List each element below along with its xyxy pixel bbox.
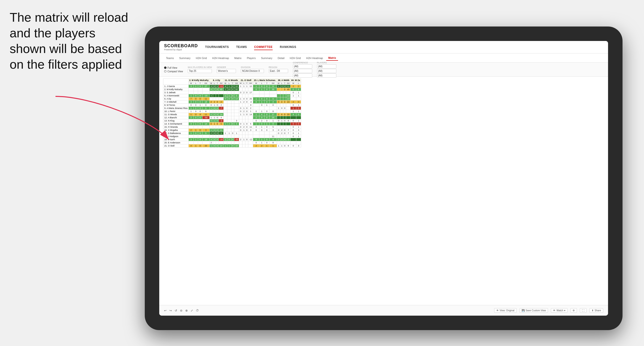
cell: 0 [269,104,277,107]
subnav-detail[interactable]: Detail [276,56,286,60]
view-original-button[interactable]: 👁 View: Original [494,308,517,313]
cell [231,119,234,122]
share-button[interactable]: ⬆ Share [590,308,603,313]
table-row: 1. J Garcia 3 1 0 27 3 0 1 -11 4 1 0 [163,85,301,88]
cell: 2 [280,129,283,132]
cell: 0 [269,97,277,100]
subnav-teams[interactable]: Teams [164,56,176,60]
cell [219,135,224,138]
settings-button[interactable]: ⚙ [570,308,577,313]
subnav-h2hgrid2[interactable]: H2H Grid [288,56,303,60]
cell: 1 [242,107,246,110]
conference-select-3[interactable]: (All) [293,73,312,78]
redo-icon[interactable]: ↪ [170,309,172,312]
cell: 0 [198,107,202,110]
cell [216,91,219,94]
cell: 2 [280,138,283,141]
full-view-option[interactable]: Full View [164,66,183,69]
cell [242,141,246,144]
cell [264,91,269,94]
subnav-h2hgrid1[interactable]: H2H Grid [194,56,209,60]
subnav-summary2[interactable]: Summary [259,56,274,60]
fullscreen-button[interactable]: ⛶ [580,308,586,313]
region-select[interactable]: East - DII [269,69,288,73]
fit-icon[interactable]: ⤢ [190,309,193,312]
timer-icon[interactable]: ⏱ [196,309,199,312]
cell: 4 [224,85,227,88]
cell [234,113,239,116]
cell: 2 [290,100,296,104]
matrix-container[interactable]: 2. M Kelly Mulcahy 6. A Dy 11. G Woods 2… [159,77,608,305]
nav-committee[interactable]: COMMITTEE [254,44,273,50]
cell [234,110,239,113]
watch-button[interactable]: 👁 Watch ▾ [551,308,568,313]
subnav-h2hheatmap2[interactable]: H2H Heatmap [304,56,325,60]
save-custom-view-button[interactable]: 💾 Save Custom View [520,308,548,313]
nav-rankings[interactable]: RANKINGS [280,44,296,50]
cell: 2 [259,119,264,122]
cell: 0 [264,100,269,104]
cell: 0 [290,132,296,135]
players-select-3[interactable]: (All) [317,73,336,78]
cell: 0 [283,132,286,135]
cell [188,126,194,129]
cell [259,94,264,97]
division-select[interactable]: NCAA Division II [241,69,264,73]
zoom-in-icon[interactable]: ⊕ [185,309,188,312]
players-select-2[interactable]: (All) [317,69,336,73]
nav-tournaments[interactable]: TOURNAMENTS [205,44,229,50]
cell: 0 [290,129,296,132]
cell: 1 [290,94,296,97]
cell: 2 [248,107,253,110]
cell: 1 [194,144,198,148]
cell [290,141,296,144]
player-name: 11. G Woods [163,113,189,116]
subnav-matrix1[interactable]: Matrix [232,56,244,60]
cell [277,88,280,91]
cell: 0 [283,85,286,88]
undo-icon[interactable]: ↩ [164,309,166,312]
cell: 0 [239,110,242,113]
conference-select-1[interactable]: (All) [293,64,312,68]
cell: 4 [242,97,246,100]
table-row: 3. S Jelinek [163,91,301,94]
logo-title: SCOREBOARD [164,43,198,48]
cell: 0 [290,126,296,129]
conference-select-2[interactable]: (All) [293,69,312,73]
full-view-radio[interactable] [164,66,166,69]
cell [210,110,213,113]
zoom-out-icon[interactable]: ⊖ [180,309,182,312]
players-select-1[interactable]: (All) [317,64,336,68]
cell [277,126,280,129]
cell: 3 [188,85,194,88]
cell: 0 [253,129,259,132]
cell [224,91,227,94]
compact-view-option[interactable]: Compact View [164,70,183,73]
cell: 0 [264,116,269,119]
cell: 0 [269,122,277,126]
cell [283,141,286,144]
cell [280,91,283,94]
subnav-h2hheatmap1[interactable]: H2H Heatmap [210,56,231,60]
subnav-summary1[interactable]: Summary [177,56,192,60]
cell [213,91,216,94]
refresh-icon[interactable]: ↺ [175,309,177,312]
compact-view-radio[interactable] [164,70,166,73]
cell [242,132,246,135]
cell [280,141,283,144]
cell: 1 [259,88,264,91]
subnav-players[interactable]: Players [245,56,258,60]
cell: 0 [231,88,234,91]
cell: 0 [198,94,202,97]
nav-teams[interactable]: TEAMS [236,44,247,50]
cell [283,97,286,100]
cell [210,126,213,129]
cell: 4 [259,113,264,116]
subnav-matrix2[interactable]: Matrix [326,55,338,61]
cell [277,94,280,97]
gender-select[interactable]: Women's [217,69,236,73]
max-players-select[interactable]: Top 25 [188,69,212,73]
sh-l3: L [227,82,231,85]
cell [231,107,234,110]
cell [202,126,210,129]
